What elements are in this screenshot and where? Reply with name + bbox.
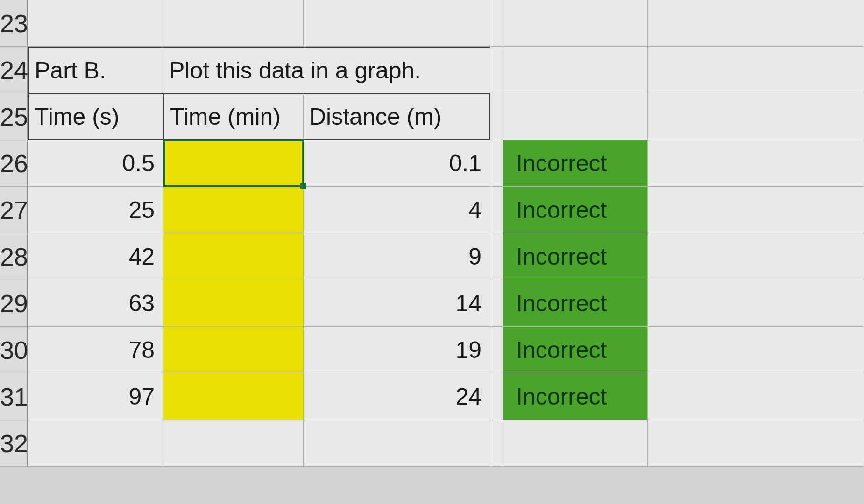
cell[interactable] [490,0,503,47]
cell[interactable] [490,187,503,233]
cell[interactable] [648,280,864,327]
cell[interactable] [648,47,864,93]
cell[interactable] [490,93,503,140]
cell[interactable] [503,47,648,93]
time-min-cell[interactable] [163,373,304,420]
time-s-cell[interactable]: 42 [28,233,163,280]
distance-cell[interactable]: 4 [304,187,490,233]
distance-cell[interactable]: 9 [304,233,490,280]
cell[interactable] [28,420,163,467]
cell[interactable] [503,0,648,47]
col-header-time-s[interactable]: Time (s) [28,93,163,140]
cell[interactable] [304,420,490,467]
part-b-label[interactable]: Part B. [28,47,163,93]
distance-cell[interactable]: 14 [304,280,490,327]
time-min-cell[interactable] [163,327,304,373]
time-s-cell[interactable]: 63 [28,280,163,327]
spreadsheet-grid[interactable]: 23 24 Part B. Plot this data in a graph.… [0,0,864,467]
cell[interactable] [648,233,864,280]
status-cell[interactable]: Incorrect [503,373,648,420]
distance-cell[interactable]: 0.1 [304,140,490,187]
row-header-23[interactable]: 23 [0,0,28,47]
cell[interactable] [648,420,864,467]
cell[interactable] [503,93,648,140]
cell[interactable] [490,47,503,93]
cell[interactable] [490,233,503,280]
distance-cell[interactable]: 19 [304,327,490,373]
cell[interactable] [648,187,864,233]
row-header-32[interactable]: 32 [0,420,28,467]
col-header-distance[interactable]: Distance (m) [304,93,490,140]
time-s-cell[interactable]: 25 [28,187,163,233]
status-cell[interactable]: Incorrect [503,233,648,280]
row-header-30[interactable]: 30 [0,327,28,373]
status-cell[interactable]: Incorrect [503,280,648,327]
cell[interactable] [648,140,864,187]
row-header-27[interactable]: 27 [0,187,28,233]
cell[interactable] [490,140,503,187]
time-s-cell[interactable]: 78 [28,327,163,373]
row-header-28[interactable]: 28 [0,233,28,280]
time-s-cell[interactable]: 0.5 [28,140,163,187]
time-min-cell[interactable] [163,233,304,280]
cell[interactable] [490,373,503,420]
cell[interactable] [490,280,503,327]
time-min-cell-selected[interactable] [163,140,304,187]
cell[interactable] [28,0,163,47]
time-s-cell[interactable]: 97 [28,373,163,420]
time-min-cell[interactable] [163,187,304,233]
cell[interactable] [490,327,503,373]
row-header-24[interactable]: 24 [0,47,28,93]
cell[interactable] [648,327,864,373]
status-cell[interactable]: Incorrect [503,327,648,373]
row-header-25[interactable]: 25 [0,93,28,140]
instruction-text[interactable]: Plot this data in a graph. [163,47,490,93]
row-header-29[interactable]: 29 [0,280,28,327]
cell[interactable] [648,0,864,47]
row-header-31[interactable]: 31 [0,373,28,420]
cell[interactable] [648,93,864,140]
status-cell[interactable]: Incorrect [503,140,648,187]
distance-cell[interactable]: 24 [304,373,490,420]
fill-handle[interactable] [300,183,306,189]
cell[interactable] [490,420,503,467]
time-min-cell[interactable] [163,280,304,327]
cell[interactable] [304,0,490,47]
cell[interactable] [503,420,648,467]
cell[interactable] [648,373,864,420]
row-header-26[interactable]: 26 [0,140,28,187]
col-header-time-min[interactable]: Time (min) [163,93,304,140]
status-cell[interactable]: Incorrect [503,187,648,233]
cell[interactable] [163,0,304,47]
cell[interactable] [163,420,304,467]
